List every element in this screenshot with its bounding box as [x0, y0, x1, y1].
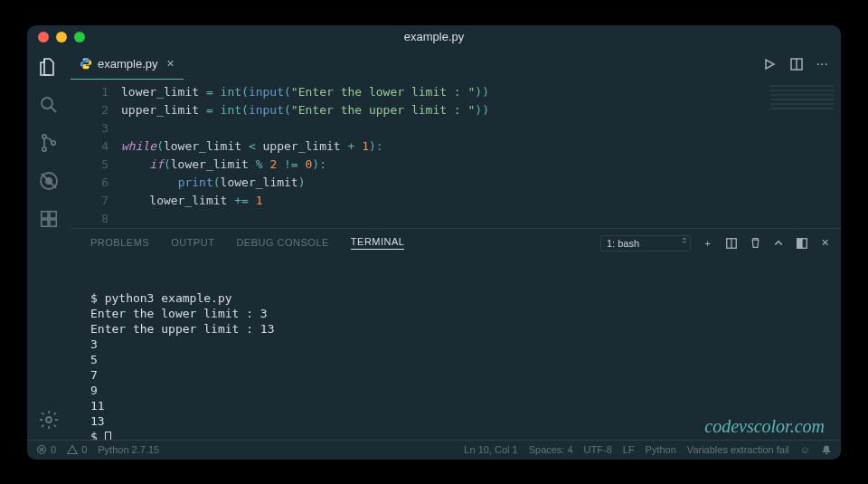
panel-tabs: PROBLEMS OUTPUT DEBUG CONSOLE TERMINAL 1… [71, 229, 841, 258]
editor-actions: ··· [762, 56, 841, 72]
svg-rect-16 [797, 238, 802, 248]
status-language[interactable]: Python [646, 444, 676, 455]
status-warnings[interactable]: 0 [67, 444, 87, 455]
svg-point-5 [46, 178, 52, 184]
minimize-window-button[interactable] [56, 32, 67, 43]
chevron-up-icon[interactable] [772, 237, 785, 250]
bell-icon[interactable] [821, 444, 832, 455]
svg-rect-9 [50, 211, 56, 217]
source-control-icon[interactable] [38, 132, 60, 154]
svg-point-11 [83, 59, 84, 60]
close-tab-icon[interactable]: × [166, 56, 174, 71]
tab-debug-console[interactable]: DEBUG CONSOLE [236, 237, 328, 250]
more-actions-icon[interactable]: ··· [816, 56, 828, 72]
tab-problems[interactable]: PROBLEMS [90, 237, 149, 250]
status-extra[interactable]: Variables extraction fail [687, 444, 789, 455]
vscode-window: example.py [27, 25, 841, 460]
maximize-window-button[interactable] [74, 32, 85, 43]
maximize-panel-icon[interactable] [796, 237, 808, 250]
status-cursor-position[interactable]: Ln 10, Col 1 [464, 444, 517, 455]
status-errors[interactable]: 0 [36, 444, 56, 455]
activity-bar [27, 49, 71, 440]
svg-point-12 [87, 67, 88, 68]
split-terminal-icon[interactable] [725, 237, 738, 250]
search-icon[interactable] [38, 94, 60, 116]
close-panel-icon[interactable]: ✕ [819, 237, 832, 250]
extensions-icon[interactable] [38, 208, 60, 230]
svg-rect-7 [42, 219, 48, 225]
status-python-version[interactable]: Python 2.7.15 [98, 444, 159, 455]
svg-point-1 [42, 134, 46, 138]
status-encoding[interactable]: UTF-8 [584, 444, 612, 455]
code-editor[interactable]: 12345678 lower_limit = int(input("Enter … [71, 80, 841, 228]
feedback-icon[interactable]: ☺ [800, 444, 810, 455]
status-eol[interactable]: LF [623, 444, 635, 455]
close-window-button[interactable] [38, 32, 49, 43]
explorer-icon[interactable] [38, 56, 60, 78]
line-gutter: 12345678 [71, 83, 121, 228]
svg-rect-6 [42, 211, 48, 217]
bottom-panel: PROBLEMS OUTPUT DEBUG CONSOLE TERMINAL 1… [71, 228, 841, 440]
split-editor-icon[interactable] [789, 56, 804, 72]
minimap[interactable] [770, 85, 834, 112]
new-terminal-icon[interactable]: + [702, 237, 714, 250]
tab-example-py[interactable]: example.py × [71, 49, 184, 80]
terminal-output[interactable]: $ python3 example.pyEnter the lower limi… [71, 258, 841, 440]
editor-tabs: example.py × ··· [71, 49, 841, 80]
terminal-selector[interactable]: 1: bash [600, 235, 691, 251]
svg-point-10 [46, 417, 52, 422]
settings-gear-icon[interactable] [38, 409, 60, 431]
run-icon[interactable] [762, 56, 777, 72]
main-area: example.py × ··· 12345678 lower_limit = … [71, 49, 841, 440]
svg-point-2 [42, 147, 46, 150]
code-content: lower_limit = int(input("Enter the lower… [121, 83, 841, 228]
status-indentation[interactable]: Spaces: 4 [529, 444, 573, 455]
status-bar: 0 0 Python 2.7.15 Ln 10, Col 1 Spaces: 4… [27, 440, 841, 460]
python-file-icon [80, 57, 92, 70]
tab-output[interactable]: OUTPUT [171, 237, 214, 250]
watermark: codevscolor.com [704, 419, 825, 434]
tab-terminal[interactable]: TERMINAL [351, 236, 405, 250]
kill-terminal-icon[interactable] [749, 237, 761, 250]
svg-point-0 [42, 98, 52, 109]
debug-icon[interactable] [38, 170, 60, 192]
window-controls [38, 32, 85, 43]
window-body: example.py × ··· 12345678 lower_limit = … [27, 49, 841, 440]
window-title: example.py [404, 30, 464, 43]
titlebar: example.py [27, 25, 841, 49]
tab-label: example.py [98, 57, 157, 71]
svg-rect-8 [50, 219, 56, 225]
